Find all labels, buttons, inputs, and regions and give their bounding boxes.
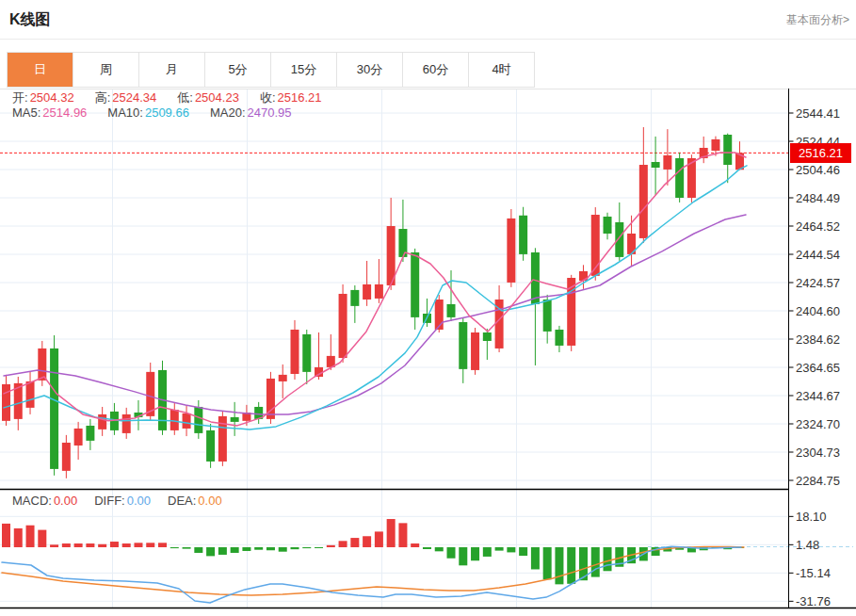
axis-tick-label: 2484.49 [796, 191, 840, 205]
macd-readout: MACD:0.00 DIFF:0.00 DEA:0.00 [12, 494, 222, 508]
ma-readout: MA5:2514.96 MA10:2509.66 MA20:2470.95 [12, 105, 292, 120]
last-price-tag: 2516.21 [790, 143, 851, 163]
axis-tick-label: 2544.41 [796, 106, 840, 121]
axis-tick-label: 2284.75 [796, 474, 840, 488]
axis-tick-label: 2424.57 [796, 276, 840, 290]
open-readout: 开:2504.32 [12, 89, 74, 106]
macd-value: MACD:0.00 [12, 494, 77, 508]
ohlc-readout: 开:2504.32 高:2524.34 低:2504.23 收:2516.21 [12, 89, 322, 106]
ma10-readout: MA10:2509.66 [107, 105, 189, 120]
diff-value: DIFF:0.00 [94, 494, 151, 508]
low-readout: 低:2504.23 [177, 89, 239, 106]
axis-tick-label: -15.14 [796, 566, 831, 580]
axis-tick-label: 2444.54 [796, 248, 840, 262]
axis-tick-label: 2504.46 [796, 163, 840, 177]
ma5-readout: MA5:2514.96 [12, 105, 87, 120]
axis-tick-label: 18.10 [796, 510, 827, 524]
axis-tick-label: 2324.70 [796, 417, 840, 431]
axis-tick-label: 2404.60 [796, 304, 840, 318]
close-readout: 收:2516.21 [260, 89, 322, 106]
axis-tick-label: 2364.65 [796, 361, 840, 375]
high-readout: 高:2524.34 [95, 89, 157, 106]
axis-tick-label: 2464.52 [796, 219, 840, 234]
axis-tick-label: 2384.62 [796, 332, 840, 347]
dea-value: DEA:0.00 [168, 494, 222, 508]
axis-tick-label: 2304.73 [796, 446, 840, 460]
ma20-readout: MA20:2470.95 [210, 105, 292, 120]
axis-tick-label: 1.48 [796, 538, 819, 552]
axis-tick-label: 2344.67 [796, 389, 840, 403]
axis-tick-label: -31.76 [796, 594, 831, 608]
